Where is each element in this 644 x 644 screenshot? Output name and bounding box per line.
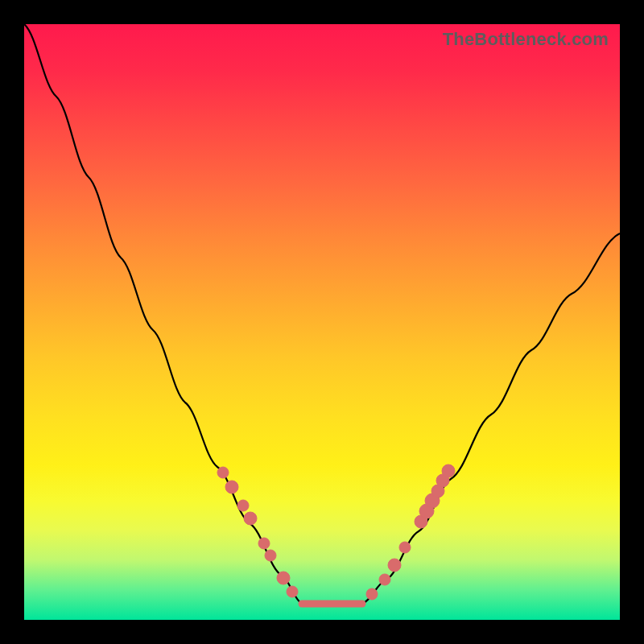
watermark-text: TheBottleneck.com bbox=[443, 29, 609, 50]
data-marker bbox=[431, 485, 444, 497]
data-marker bbox=[425, 493, 440, 508]
data-marker bbox=[217, 467, 229, 478]
curve-left bbox=[24, 24, 302, 604]
data-marker bbox=[379, 574, 390, 585]
markers-left bbox=[217, 467, 298, 597]
data-marker bbox=[388, 559, 401, 572]
data-marker bbox=[415, 515, 427, 528]
data-marker bbox=[265, 550, 276, 561]
data-marker bbox=[277, 572, 290, 584]
data-marker bbox=[442, 464, 455, 477]
markers-right bbox=[366, 464, 455, 600]
curve-right bbox=[362, 233, 620, 604]
data-marker bbox=[258, 538, 270, 549]
data-marker bbox=[225, 481, 238, 493]
chart-svg bbox=[24, 24, 620, 620]
data-marker bbox=[366, 588, 378, 600]
chart-stage: TheBottleneck.com bbox=[0, 0, 644, 644]
data-marker bbox=[419, 504, 434, 518]
curve-group bbox=[24, 24, 620, 604]
data-marker bbox=[244, 512, 257, 525]
data-marker bbox=[436, 474, 449, 487]
data-marker bbox=[237, 500, 249, 511]
data-marker bbox=[399, 542, 411, 553]
plot-area: TheBottleneck.com bbox=[24, 24, 620, 620]
data-marker bbox=[287, 586, 298, 597]
